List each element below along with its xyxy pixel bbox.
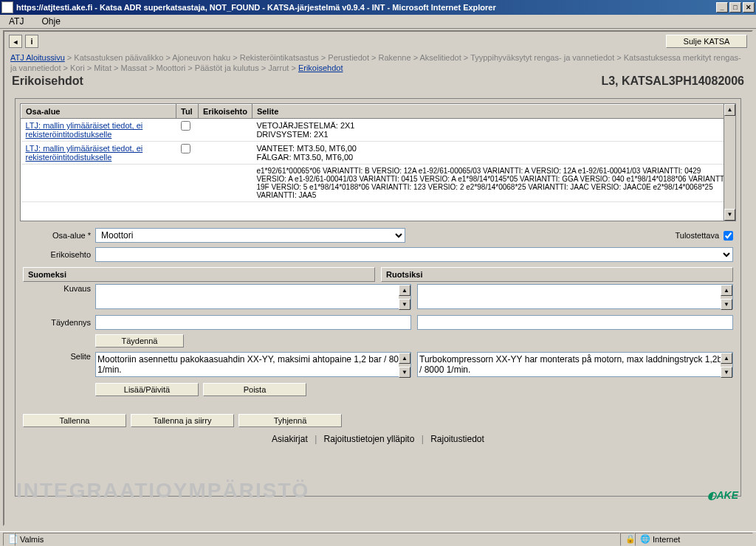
tallenna-button[interactable]: Tallenna <box>23 414 126 427</box>
kuvaus-fi-textarea[interactable] <box>95 284 411 309</box>
scroll-down-icon[interactable]: ▼ <box>724 209 735 221</box>
window-titlebar: https://atjtesti.ake.fi - Katsa ADR supe… <box>0 0 756 15</box>
suomeksi-header: Suomeksi <box>23 267 375 282</box>
page-meta: L3, KATSAL3PH14082006 <box>601 75 744 88</box>
footer-rajoitus[interactable]: Rajoitustiedot <box>430 434 484 444</box>
th-tul[interactable]: Tul <box>176 105 199 119</box>
scroll-down-icon[interactable]: ▼ <box>721 299 732 310</box>
erikoisehto-label: Erikoisehto <box>23 250 91 259</box>
selite-label: Selite <box>23 352 91 361</box>
th-selite[interactable]: Selite <box>252 105 735 119</box>
poista-button[interactable]: Poista <box>203 383 306 396</box>
bc-13: Päästöt ja kulutus <box>195 63 259 72</box>
table-row: LTJ: mallin ylimääräiset tiedot, ei reki… <box>21 119 735 142</box>
globe-icon: 🌐 <box>640 534 650 544</box>
scroll-up-icon[interactable]: ▲ <box>399 353 410 364</box>
bc-11: Massat <box>121 63 147 72</box>
scroll-up-icon[interactable]: ▲ <box>721 353 732 364</box>
taydennys-fi-input[interactable] <box>95 315 411 330</box>
tulostettava-label: Tulostettava <box>675 231 719 240</box>
table-scrollbar[interactable]: ▲ ▼ <box>724 104 735 221</box>
scroll-down-icon[interactable]: ▼ <box>721 367 732 378</box>
scroll-up-icon[interactable]: ▲ <box>399 285 410 296</box>
selite-sv-textarea[interactable]: Turbokompressorn XX-YY har monterats på … <box>417 352 733 377</box>
scroll-up-icon[interactable]: ▲ <box>721 285 732 296</box>
osa-alue-select[interactable]: Moottori <box>95 228 405 243</box>
footer-asiakirjat[interactable]: Asiakirjat <box>272 434 308 444</box>
row-selite: e1*92/61*00065*06 VARIANTTI: B VERSIO: 1… <box>252 165 735 202</box>
table-header-row: Osa-alue Tul Erikoisehto Selite <box>21 105 735 119</box>
erikoisehto-select[interactable] <box>95 247 733 262</box>
minimize-button[interactable]: _ <box>716 2 728 13</box>
menu-atj[interactable]: ATJ <box>9 16 24 27</box>
bc-1: Katsastuksen päävalikko <box>74 53 163 62</box>
footer-rajoitus-yp[interactable]: Rajoitustietojen ylläpito <box>324 434 415 444</box>
table-row: LTJ: mallin ylimääräiset tiedot, ei reki… <box>21 142 735 165</box>
statusbar: 📄 Valmis 🔒 🌐 Internet <box>0 531 756 546</box>
ake-logo: ◐AKE <box>707 489 738 501</box>
scroll-down-icon[interactable]: ▼ <box>399 299 410 310</box>
breadcrumb: ATJ Aloitussivu > Katsastuksen päävalikk… <box>4 51 752 75</box>
tyhjenna-button[interactable]: Tyhjennä <box>238 414 342 427</box>
bc-15[interactable]: Erikoisehdot <box>298 63 343 72</box>
window-title: https://atjtesti.ake.fi - Katsa ADR supe… <box>16 3 716 12</box>
bc-2: Ajoneuvon haku <box>172 53 230 62</box>
bc-4: Perustiedot <box>328 53 369 62</box>
row-selite: VANTEET: MT3.50, MT6,00 FÄLGAR: MT3.50, … <box>252 142 735 165</box>
menubar: ATJ Ohje <box>0 15 756 29</box>
back-button[interactable] <box>9 35 22 48</box>
close-katsa-button[interactable]: Sulje KATSA <box>666 35 747 48</box>
bc-3: Rekisteröintikatsastus <box>240 53 319 62</box>
taydennys-label: Täydennys <box>23 318 91 327</box>
menu-ohje[interactable]: Ohje <box>41 16 60 27</box>
status-text: Valmis <box>15 533 620 546</box>
taydenna-button[interactable]: Täydennä <box>95 334 184 348</box>
th-ehto[interactable]: Erikoisehto <box>199 105 252 119</box>
conditions-table: Osa-alue Tul Erikoisehto Selite LTJ: mal… <box>20 103 736 221</box>
tallenna-siirry-button[interactable]: Tallenna ja siirry <box>131 414 234 427</box>
tulostettava-checkbox[interactable] <box>724 231 733 241</box>
th-osa[interactable]: Osa-alue <box>21 105 176 119</box>
ie-icon <box>1 1 13 13</box>
row-tul-checkbox[interactable] <box>181 121 190 131</box>
maximize-button[interactable]: □ <box>729 2 741 13</box>
watermark: INTEGRAATIOYMPÄRISTÖ <box>16 479 309 502</box>
osa-alue-label: Osa-alue * <box>23 231 91 240</box>
lock-icon: 🔒 <box>625 534 636 544</box>
row-osa-link[interactable]: LTJ: mallin ylimääräiset tiedot, ei reki… <box>21 119 176 142</box>
bc-10: Mitat <box>94 63 111 72</box>
kuvaus-label: Kuvaus <box>23 284 91 293</box>
row-tul-checkbox[interactable] <box>181 144 190 153</box>
page-title: Erikoisehdot <box>12 75 83 88</box>
table-row: e1*92/61*00065*06 VARIANTTI: B VERSIO: 1… <box>21 165 735 202</box>
bc-0[interactable]: ATJ Aloitussivu <box>10 53 65 62</box>
bc-12: Moottori <box>157 63 186 72</box>
selite-fi-textarea[interactable]: Moottoriin asennettu pakokaasuahdin XX-Y… <box>95 352 411 377</box>
zone-text: Internet <box>653 535 680 544</box>
bc-5: Rakenne <box>379 53 411 62</box>
kuvaus-sv-textarea[interactable] <box>417 284 733 309</box>
ruotsiksi-header: Ruotsiksi <box>381 267 733 282</box>
info-button[interactable] <box>25 35 38 48</box>
close-window-button[interactable]: ✕ <box>743 2 755 13</box>
scroll-down-icon[interactable]: ▼ <box>399 367 410 378</box>
row-osa-link[interactable]: LTJ: mallin ylimääräiset tiedot, ei reki… <box>21 142 176 165</box>
taydennys-sv-input[interactable] <box>417 315 733 330</box>
bc-6: Akselitiedot <box>420 53 461 62</box>
bc-9: Kori <box>70 63 85 72</box>
row-selite: VETOJÄRJESTELMÄ: 2X1 DRIVSYSTEM: 2X1 <box>252 119 735 142</box>
lisaa-paivita-button[interactable]: Lisää/Päivitä <box>95 383 199 396</box>
scroll-up-icon[interactable]: ▲ <box>724 104 735 116</box>
bc-14: Jarrut <box>268 63 289 72</box>
bc-7: Tyyppihyväksytyt rengas- ja vannetiedot <box>470 53 614 62</box>
